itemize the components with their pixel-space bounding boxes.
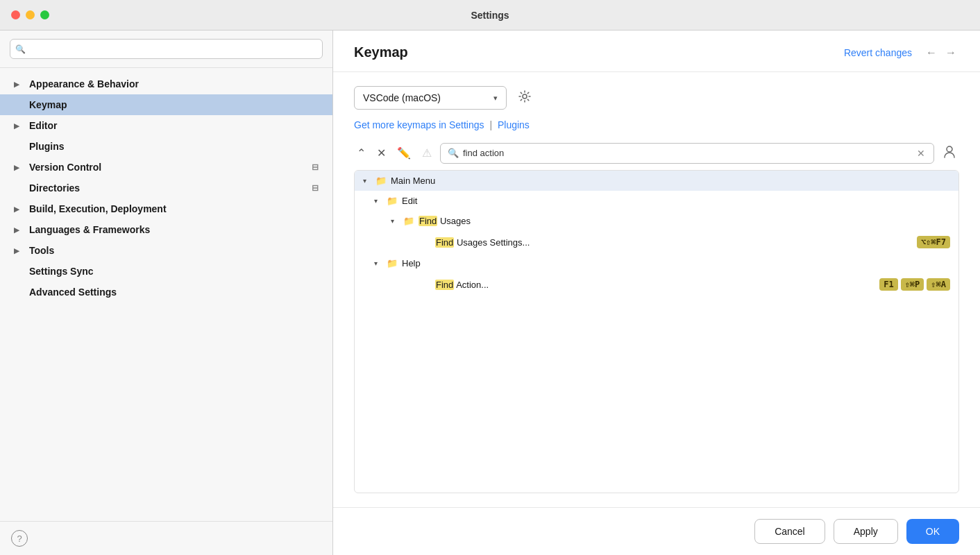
collapse-all-button[interactable]: ✕ xyxy=(374,144,389,162)
edit-button[interactable]: ✏️ xyxy=(394,144,414,162)
keymap-selected-label: VSCode (macOS) xyxy=(363,92,488,103)
keymap-toolbar: ⌃ ✕ ✏️ ⚠ 🔍 ✕ xyxy=(354,142,959,164)
revert-changes-link[interactable]: Revert changes xyxy=(844,47,912,58)
help-button[interactable]: ? xyxy=(11,530,28,547)
chevron-right-icon: ▶ xyxy=(14,205,24,213)
sidebar-item-plugins[interactable]: Plugins xyxy=(0,136,332,157)
plugins-link[interactable]: Plugins xyxy=(498,119,530,130)
tree-row-label: Find Usages xyxy=(419,216,950,226)
collapse-icon: ▾ xyxy=(391,217,400,225)
search-icon: 🔍 xyxy=(448,148,459,158)
sidebar-item-settings-sync[interactable]: Settings Sync xyxy=(0,261,332,282)
shortcut-badge: ⇧⌘A xyxy=(927,278,950,291)
sidebar-item-build[interactable]: ▶ Build, Execution, Deployment xyxy=(0,198,332,219)
tree-row[interactable]: ▶ 📁 Find Usages Settings... ⌥⇧⌘F7 xyxy=(355,231,958,253)
chevron-right-icon: ▶ xyxy=(14,122,24,130)
panel-header: Keymap Revert changes ← → xyxy=(333,31,980,72)
keymap-search-bar: 🔍 ✕ xyxy=(440,143,934,164)
clear-search-button[interactable]: ✕ xyxy=(915,148,927,159)
back-arrow-button[interactable]: ← xyxy=(923,45,940,60)
panel-body: VSCode (macOS) ▾ Get more keymaps in Set… xyxy=(333,72,980,507)
window-controls xyxy=(11,10,49,19)
tree-row-label: Help xyxy=(402,258,950,268)
sidebar-footer: ? xyxy=(0,521,332,555)
sidebar-item-appearance[interactable]: ▶ Appearance & Behavior xyxy=(0,74,332,94)
sidebar-item-label: Keymap xyxy=(29,99,67,110)
keymap-links: Get more keymaps in Settings | Plugins xyxy=(354,119,959,130)
link-separator: | xyxy=(489,119,495,130)
sidebar-item-label: Plugins xyxy=(29,141,65,152)
tree-row[interactable]: ▶ 📁 Find Action... F1 ⇧⌘P ⇧⌘A xyxy=(355,273,958,296)
ok-button[interactable]: OK xyxy=(906,519,959,544)
keymap-search-input[interactable] xyxy=(463,148,911,158)
svg-point-1 xyxy=(947,146,952,152)
warning-button[interactable]: ⚠ xyxy=(419,144,434,162)
sidebar-item-languages[interactable]: ▶ Languages & Frameworks xyxy=(0,219,332,240)
sidebar-nav: ▶ Appearance & Behavior Keymap ▶ Editor … xyxy=(0,68,332,521)
sidebar-item-label: Version Control xyxy=(29,162,101,173)
sidebar-item-label: Build, Execution, Deployment xyxy=(29,203,167,214)
sidebar-item-advanced-settings[interactable]: Advanced Settings xyxy=(0,282,332,302)
highlight-text: Find xyxy=(435,280,454,290)
tree-row-label: Find Usages Settings... xyxy=(435,237,917,248)
folder-icon: 📁 xyxy=(403,216,414,226)
folder-icon: 📁 xyxy=(375,176,387,186)
sidebar-item-directories[interactable]: Directories ⊟ xyxy=(0,178,332,198)
highlight-text: Find xyxy=(419,216,437,226)
collapse-icon: ▾ xyxy=(363,177,373,185)
maximize-button[interactable] xyxy=(40,10,49,19)
sidebar-item-label: Tools xyxy=(29,245,54,256)
directories-badge: ⊟ xyxy=(312,183,319,193)
forward-arrow-button[interactable]: → xyxy=(943,45,959,60)
close-button[interactable] xyxy=(11,10,20,19)
shortcut-badges: F1 ⇧⌘P ⇧⌘A xyxy=(879,278,950,291)
sidebar-item-version-control[interactable]: ▶ Version Control ⊟ xyxy=(0,157,332,178)
sidebar-item-label: Languages & Frameworks xyxy=(29,224,150,235)
sidebar-item-label: Editor xyxy=(29,120,57,131)
shortcut-badges: ⌥⇧⌘F7 xyxy=(917,236,950,248)
sidebar-item-keymap[interactable]: Keymap xyxy=(0,94,332,115)
user-icon-button[interactable] xyxy=(940,142,959,164)
highlight-text: Find xyxy=(435,237,454,248)
tree-row[interactable]: ▾ 📁 Help xyxy=(355,253,958,273)
tree-row-label: Find Action... xyxy=(435,280,879,290)
keymap-selector-row: VSCode (macOS) ▾ xyxy=(354,86,959,110)
sidebar-item-tools[interactable]: ▶ Tools xyxy=(0,240,332,261)
folder-icon: 📁 xyxy=(387,196,398,206)
apply-button[interactable]: Apply xyxy=(834,519,898,544)
tree-row-label: Edit xyxy=(402,196,950,206)
chevron-down-icon: ▾ xyxy=(493,94,498,103)
sidebar-search-input[interactable] xyxy=(10,39,323,59)
keymap-tree: ▾ 📁 Main Menu ▾ 📁 Edit ▾ 📁 Find Usages xyxy=(354,170,959,493)
minimize-button[interactable] xyxy=(26,10,35,19)
version-control-badge: ⊟ xyxy=(312,162,319,172)
gear-button[interactable] xyxy=(515,87,534,110)
chevron-right-icon: ▶ xyxy=(14,247,24,255)
tree-row[interactable]: ▾ 📁 Main Menu xyxy=(355,171,958,191)
sidebar: 🔍 ▶ Appearance & Behavior Keymap ▶ Edito… xyxy=(0,31,333,555)
panel-title: Keymap xyxy=(354,44,408,60)
search-icon: 🔍 xyxy=(15,44,26,54)
keymap-dropdown[interactable]: VSCode (macOS) ▾ xyxy=(354,86,507,110)
sidebar-item-label: Settings Sync xyxy=(29,266,94,277)
main-panel: Keymap Revert changes ← → VSCode (macOS)… xyxy=(333,31,980,555)
sidebar-item-editor[interactable]: ▶ Editor xyxy=(0,115,332,136)
folder-icon: 📁 xyxy=(387,258,398,268)
nav-arrows: ← → xyxy=(923,45,959,60)
shortcut-badge: ⇧⌘P xyxy=(901,278,924,291)
svg-point-0 xyxy=(523,94,527,99)
shortcut-badge: ⌥⇧⌘F7 xyxy=(917,236,950,248)
chevron-right-icon: ▶ xyxy=(14,164,24,171)
tree-row[interactable]: ▾ 📁 Edit xyxy=(355,191,958,211)
tree-row[interactable]: ▾ 📁 Find Usages xyxy=(355,211,958,231)
chevron-right-icon: ▶ xyxy=(14,80,24,88)
header-right: Revert changes ← → xyxy=(844,45,959,60)
expand-all-button[interactable]: ⌃ xyxy=(354,144,369,162)
cancel-button[interactable]: Cancel xyxy=(754,519,825,544)
title-bar: Settings xyxy=(0,0,980,31)
shortcut-badge: F1 xyxy=(879,278,897,291)
get-more-keymaps-link[interactable]: Get more keymaps in Settings xyxy=(354,119,484,130)
chevron-right-icon: ▶ xyxy=(14,226,24,234)
collapse-icon: ▾ xyxy=(374,259,384,267)
main-content: 🔍 ▶ Appearance & Behavior Keymap ▶ Edito… xyxy=(0,31,980,555)
